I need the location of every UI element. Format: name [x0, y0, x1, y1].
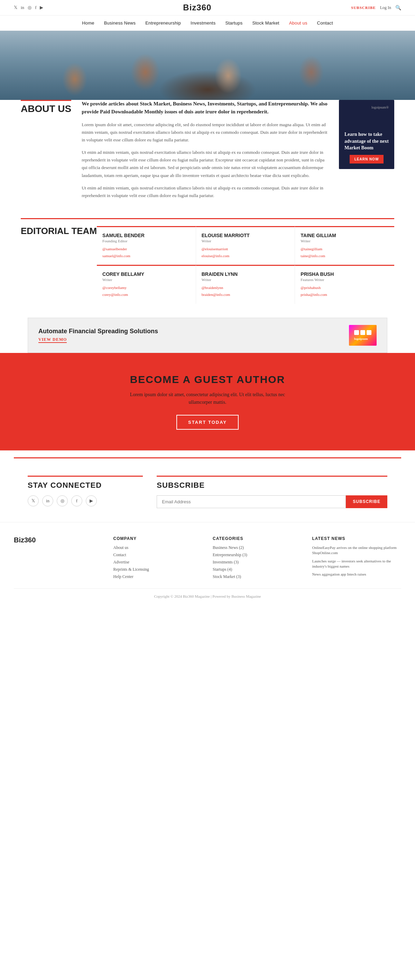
subscribe-row: SUBSCRIBE	[156, 495, 387, 508]
subscribe-title: SUBSCRIBE	[156, 481, 387, 490]
instagram-icon[interactable]: ◎	[28, 5, 32, 10]
footer-cat-entrepreneurship[interactable]: Entrepreneurship (3)	[213, 552, 302, 558]
footer-news-1: OnlineEasyPay arrives on the online shop…	[312, 545, 402, 556]
nav-startups[interactable]: Startups	[225, 21, 243, 25]
editorial-title: EDITORIAL TEAM	[21, 226, 97, 304]
email-input[interactable]	[156, 495, 346, 508]
footer-linkedin-icon[interactable]: in	[42, 495, 53, 506]
guest-cta-title: BECOME A GUEST AUTHOR	[7, 374, 408, 385]
guest-cta-button[interactable]: StaRT Today	[176, 415, 239, 430]
search-icon[interactable]: 🔍	[395, 5, 401, 11]
footer-grid: Biz360 COMPANY About us Contact Advertis…	[14, 536, 401, 581]
ad-banner-title: Automate Financial Spreading Solutions	[38, 328, 158, 335]
member-links-1: @samuelbender samuel@info.com	[102, 246, 190, 259]
member-handle-1[interactable]: @samuelbender	[102, 246, 190, 253]
member-role-4: Writer	[102, 278, 190, 282]
login-link[interactable]: Log In	[380, 5, 391, 10]
ad-box-button[interactable]: LEARN NOW	[350, 155, 384, 164]
nav-home[interactable]: Home	[82, 21, 94, 25]
linkedin-icon[interactable]: in	[21, 5, 24, 10]
member-email-5[interactable]: braiden@info.com	[202, 291, 289, 298]
member-email-4[interactable]: corey@info.com	[102, 291, 190, 298]
subscribe-link[interactable]: SUBSCRIBE	[351, 6, 375, 10]
about-center: We provide articles about Stock Market, …	[81, 100, 329, 204]
member-role-6: Features Writer	[300, 278, 389, 282]
member-links-6: @prishabush prisha@info.com	[300, 285, 389, 298]
footer-twitter-icon[interactable]: 𝕏	[28, 495, 39, 506]
footer-link-reprints[interactable]: Reprints & Licensing	[113, 567, 203, 572]
footer-link-contact[interactable]: Contact	[113, 552, 203, 558]
member-links-4: @coreybellamy corey@info.com	[102, 285, 190, 298]
editorial-member-4: COREY BELLAMY Writer @coreybellamy corey…	[97, 265, 196, 304]
hero-image	[0, 31, 415, 100]
nav-entrepreneurship[interactable]: Entrepreneurship	[145, 21, 181, 25]
member-role-5: Writer	[202, 278, 289, 282]
about-left: ABOUT US	[21, 100, 71, 204]
footer-youtube-icon[interactable]: ▶	[86, 495, 97, 506]
site-logo[interactable]: Biz360	[183, 3, 211, 13]
member-email-6[interactable]: prisha@info.com	[300, 291, 389, 298]
member-handle-4[interactable]: @coreybellamy	[102, 285, 190, 291]
member-links-5: @braidenlynn braiden@info.com	[202, 285, 289, 298]
footer-news-3: News aggregation app Intech raises	[312, 572, 402, 577]
guest-cta-body: Lorem ipsum dolor sit amet, consectetur …	[121, 391, 294, 407]
footer-latest-news: LATEST NEWS OnlineEasyPay arrives on the…	[312, 536, 402, 581]
nav-contact[interactable]: Contact	[317, 21, 333, 25]
footer-facebook-icon[interactable]: f	[71, 495, 82, 506]
social-icons: 𝕏 in ◎ f ▶	[28, 495, 143, 506]
about-title: ABOUT US	[21, 100, 71, 115]
nav-stock-market[interactable]: Stock Market	[252, 21, 279, 25]
footer-top: STAY CONNECTED 𝕏 in ◎ f ▶ SUBSCRIBE SUBS…	[14, 457, 401, 522]
member-email-1[interactable]: samuel@info.com	[102, 253, 190, 259]
ad-box: logoipsum® Learn how to take advantage o…	[339, 100, 394, 169]
member-name-1: SAMUEL BENDER	[102, 233, 190, 238]
member-email-3[interactable]: taine@info.com	[300, 253, 389, 259]
top-bar-right: SUBSCRIBE Log In 🔍	[351, 5, 401, 11]
subscribe-button[interactable]: SUBSCRIBE	[346, 495, 387, 508]
member-role-1: Founding Editor	[102, 239, 190, 243]
top-bar: 𝕏 in ◎ f ▶ Biz360 SUBSCRIBE Log In 🔍	[0, 0, 415, 16]
footer-cat-investments[interactable]: Investments (3)	[213, 560, 302, 565]
youtube-icon[interactable]: ▶	[40, 5, 43, 10]
about-section: ABOUT US We provide articles about Stock…	[21, 100, 394, 204]
member-role-2: Writer	[202, 239, 289, 243]
member-handle-6[interactable]: @prishabush	[300, 285, 389, 291]
nav-business-news[interactable]: Business News	[104, 21, 136, 25]
stay-connected: STAY CONNECTED 𝕏 in ◎ f ▶	[28, 476, 143, 508]
member-handle-5[interactable]: @braidenlynn	[202, 285, 289, 291]
footer-categories: CATEGORIES Business News (2) Entrepreneu…	[213, 536, 302, 581]
member-handle-3[interactable]: @tainegilliam	[300, 246, 389, 253]
ad-banner: Automate Financial Spreading Solutions V…	[28, 318, 387, 353]
member-name-6: PRISHA BUSH	[300, 271, 389, 277]
ad-box-logo: logoipsum®	[345, 105, 389, 109]
editorial-member-2: ELOUISE MARRIOTT Writer @elouisemarriott…	[196, 226, 295, 265]
social-links: 𝕏 in ◎ f ▶	[14, 5, 43, 10]
ad-banner-link[interactable]: VIEW DEMO	[38, 337, 67, 343]
footer-cat-stock[interactable]: Stock Market (3)	[213, 574, 302, 579]
footer-instagram-icon[interactable]: ◎	[57, 495, 68, 506]
editorial-member-3: TAINE GILLIAM Writer @tainegilliam taine…	[295, 226, 394, 265]
footer-brand: Biz360	[14, 536, 103, 581]
nav-about-us[interactable]: About us	[289, 21, 308, 25]
member-handle-2[interactable]: @elouisemarriott	[202, 246, 289, 253]
nav-investments[interactable]: Investments	[190, 21, 215, 25]
footer-news-2: Launches surge — investors seek alternat…	[312, 558, 402, 570]
editorial-member-6: PRISHA BUSH Features Writer @prishabush …	[295, 265, 394, 304]
footer-link-advertise[interactable]: Advertise	[113, 560, 203, 565]
main-nav: Home Business News Entrepreneurship Inve…	[0, 16, 415, 31]
ad-banner-logo: logoipsum	[349, 325, 377, 346]
member-links-2: @elouisemarriott elouise@info.com	[202, 246, 289, 259]
member-links-3: @tainegilliam taine@info.com	[300, 246, 389, 259]
ad-banner-text: Automate Financial Spreading Solutions V…	[38, 328, 158, 343]
ad-box-title: Learn how to take advantage of the next …	[345, 131, 389, 151]
footer-cat-business[interactable]: Business News (2)	[213, 545, 302, 550]
facebook-icon[interactable]: f	[35, 5, 36, 10]
footer-cat-startups[interactable]: Startups (4)	[213, 567, 302, 572]
member-name-3: TAINE GILLIAM	[300, 233, 389, 238]
footer-link-about[interactable]: About us	[113, 545, 203, 550]
member-email-2[interactable]: elouise@info.com	[202, 253, 289, 259]
twitter-icon[interactable]: 𝕏	[14, 5, 17, 10]
footer: Biz360 COMPANY About us Contact Advertis…	[0, 522, 415, 612]
footer-link-help[interactable]: Help Center	[113, 574, 203, 579]
subscribe-section: SUBSCRIBE SUBSCRIBE	[156, 476, 387, 508]
